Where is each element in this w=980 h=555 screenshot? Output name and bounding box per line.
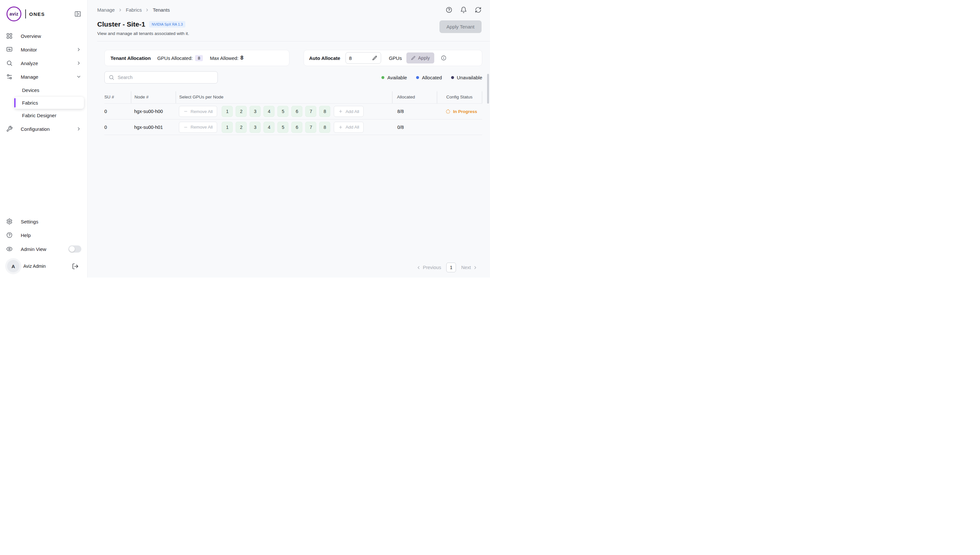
previous-page-button[interactable]: Previous: [416, 265, 441, 270]
aviz-logo: aviz: [6, 6, 21, 21]
sidebar-collapse-button[interactable]: [74, 10, 82, 18]
sidebar-item-configuration[interactable]: Configuration: [2, 122, 85, 136]
scrollbar-thumb[interactable]: [487, 74, 489, 104]
legend-allocated: Allocated: [416, 75, 442, 80]
logo-row: aviz ONES: [0, 0, 87, 29]
nav-label: Manage: [21, 74, 38, 80]
nav-label: Fabric Designer: [22, 113, 56, 118]
page-number[interactable]: 1: [446, 263, 456, 272]
minus-icon: [183, 109, 188, 114]
gpu-chip-1[interactable]: 1: [222, 122, 233, 133]
minus-icon: [183, 125, 188, 130]
gpu-chip-3[interactable]: 3: [249, 106, 261, 117]
gpu-chip-6[interactable]: 6: [291, 106, 303, 117]
avatar-letter: A: [12, 263, 15, 269]
search-input[interactable]: [117, 75, 214, 80]
nav-label: Help: [21, 233, 31, 238]
gpu-chip-5[interactable]: 5: [277, 106, 288, 117]
sidebar-item-settings[interactable]: Settings: [2, 215, 85, 228]
sidebar-item-analyze[interactable]: Analyze: [2, 56, 85, 70]
gpu-chip-4[interactable]: 4: [264, 122, 275, 133]
gpu-status-legend: Available Allocated Unavailable: [381, 75, 482, 80]
gpu-chip-3[interactable]: 3: [249, 122, 261, 133]
edit-button[interactable]: [372, 55, 378, 61]
gpu-chip-5[interactable]: 5: [277, 122, 288, 133]
breadcrumb-tenants: Tenants: [153, 7, 170, 13]
su-value: 0: [105, 125, 131, 130]
notifications-button[interactable]: [460, 6, 467, 13]
gpu-chip-7[interactable]: 7: [305, 106, 316, 117]
gpu-chip-7[interactable]: 7: [305, 122, 316, 133]
pencil-icon: [411, 56, 416, 61]
allocated-dot: [416, 76, 419, 79]
brand-text: aviz: [10, 11, 18, 16]
gpus-allocated-badge: 8: [195, 55, 203, 61]
sliders-icon: [6, 74, 13, 80]
gpu-chip-2[interactable]: 2: [236, 106, 246, 117]
pencil-icon: [372, 55, 378, 61]
bell-icon: [460, 6, 467, 13]
table-row: 0 hgx-su00-h00 Remove All 1 2 3 4 5 6 7 …: [105, 103, 482, 119]
config-status: In Progress: [437, 109, 482, 114]
sidebar-item-fabrics[interactable]: Fabrics: [14, 97, 84, 109]
user-row: A Aviz Admin: [2, 256, 85, 278]
sidebar-item-devices[interactable]: Devices: [14, 84, 84, 96]
nav-label: Overview: [21, 33, 41, 39]
tenant-allocation-title: Tenant Allocation: [111, 55, 151, 61]
nav-label: Configuration: [21, 126, 50, 132]
remove-all-button[interactable]: Remove All: [179, 106, 217, 117]
info-button[interactable]: [441, 55, 447, 61]
title-row: Cluster - Site-1 NVIDIA SpX RA 1.3 View …: [87, 18, 490, 36]
sidebar-item-manage[interactable]: Manage: [2, 70, 85, 83]
gpu-chip-4[interactable]: 4: [264, 106, 275, 117]
column-header-gpus: Select GPUs per Node: [175, 91, 392, 103]
gear-icon: [6, 218, 13, 225]
column-header-node: Node #: [131, 91, 175, 103]
auto-allocate-apply-button[interactable]: Apply: [406, 53, 434, 63]
breadcrumb-manage[interactable]: Manage: [97, 7, 115, 13]
add-all-button[interactable]: Add All: [334, 106, 364, 117]
eye-icon: [6, 246, 13, 252]
legend-unavailable: Unavailable: [451, 75, 482, 80]
in-progress-spinner-icon: [446, 109, 450, 114]
product-name: ONES: [29, 11, 45, 17]
gpus-unit-label: GPUs: [389, 55, 402, 61]
help-button[interactable]: [446, 6, 452, 13]
sidebar-item-monitor[interactable]: Monitor: [2, 43, 85, 56]
refresh-icon: [475, 6, 481, 13]
legend-available: Available: [381, 75, 407, 80]
next-page-button[interactable]: Next: [461, 265, 478, 270]
gpu-chip-8[interactable]: 8: [319, 106, 330, 117]
sidebar-item-overview[interactable]: Overview: [2, 29, 85, 43]
gpu-chip-2[interactable]: 2: [236, 122, 246, 133]
avatar: A: [7, 260, 19, 272]
page-title: Cluster - Site-1: [97, 21, 145, 28]
remove-all-button[interactable]: Remove All: [179, 122, 217, 133]
auto-allocate-input[interactable]: [349, 55, 372, 61]
sidebar-item-admin-view[interactable]: Admin View: [2, 242, 85, 256]
apply-label: Apply: [418, 55, 430, 61]
main-content: Manage Fabrics Tenants Cluster: [87, 0, 490, 278]
title-divider: [97, 41, 490, 42]
nav-label: Analyze: [21, 61, 38, 66]
gpu-chip-6[interactable]: 6: [291, 122, 303, 133]
chevron-right-icon: [76, 47, 81, 52]
gpu-chip-8[interactable]: 8: [319, 122, 330, 133]
apply-tenant-button[interactable]: Apply Tenant: [439, 21, 481, 33]
refresh-button[interactable]: [475, 6, 481, 13]
add-all-button[interactable]: Add All: [334, 122, 364, 133]
remove-all-label: Remove All: [191, 125, 212, 130]
node-name: hgx-su00-h00: [131, 109, 175, 114]
sidebar-item-help[interactable]: Help: [2, 228, 85, 242]
chevron-right-icon: [118, 8, 122, 12]
auto-allocate-card: Auto Allocate GPUs Apply: [304, 50, 482, 66]
legend-label: Available: [387, 75, 407, 80]
max-allowed-value: 8: [240, 55, 243, 61]
logout-button[interactable]: [72, 263, 79, 270]
sidebar-item-fabric-designer[interactable]: Fabric Designer: [14, 109, 84, 122]
breadcrumb-fabrics[interactable]: Fabrics: [126, 7, 142, 13]
panel-collapse-icon: [74, 10, 81, 18]
admin-view-toggle[interactable]: [68, 245, 81, 253]
cluster-badge: NVIDIA SpX RA 1.3: [149, 21, 185, 27]
gpu-chip-1[interactable]: 1: [222, 106, 233, 117]
